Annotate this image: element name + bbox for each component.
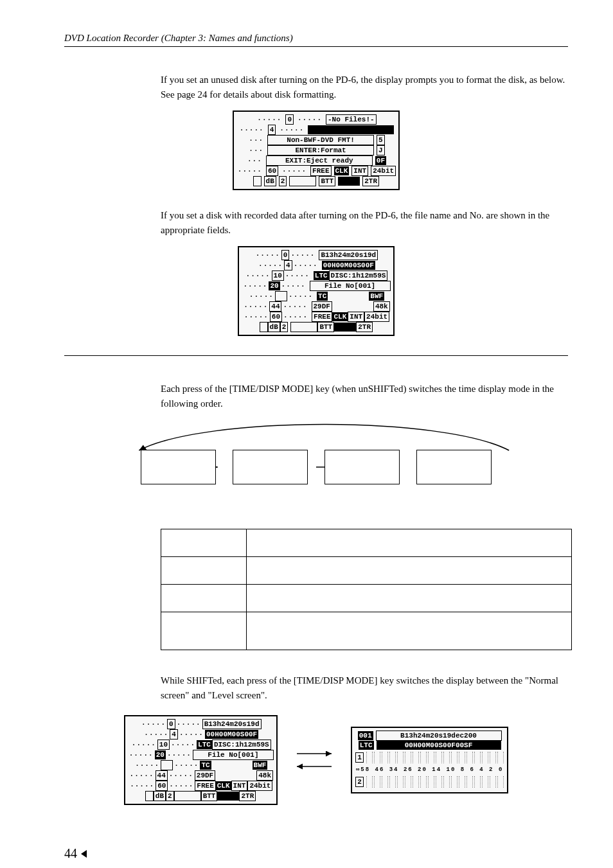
triangle-left-icon bbox=[81, 850, 87, 858]
table-cell bbox=[247, 529, 572, 557]
table-cell bbox=[161, 557, 247, 585]
page-number: 44 bbox=[64, 831, 568, 861]
page-number-value: 44 bbox=[64, 846, 77, 861]
flow-box-2 bbox=[233, 450, 308, 484]
paragraph-2: If you set a disk with recorded data aft… bbox=[161, 208, 568, 237]
lcd-level-screen: 001 B13h24m20s19dec200 LTC 00H00M00S00F0… bbox=[351, 727, 508, 793]
lcd-toggle-figure: ·····0·····B13h24m20s19d ·····4·····00H0… bbox=[64, 715, 568, 805]
paragraph-4: While SHIFTed, each press of the [TIME/D… bbox=[161, 673, 568, 702]
section-divider bbox=[64, 355, 568, 356]
flow-box-4 bbox=[416, 450, 492, 484]
paragraph-1: If you set an unused disk after turning … bbox=[161, 73, 568, 102]
table-cell bbox=[161, 529, 247, 557]
paragraph-3: Each press of the [TIME/DISP MODE] key (… bbox=[161, 382, 568, 411]
lcd-figure-file-loaded: ·····0····· B13h24m20s19d ·····4····· 00… bbox=[64, 246, 568, 336]
table-cell bbox=[161, 612, 247, 650]
page-header: DVD Location Recorder (Chapter 3: Names … bbox=[64, 32, 568, 47]
table-cell bbox=[247, 612, 572, 650]
lcd-figure-no-files: ····· 0 ····· -No Files!- ····· 4 ····· … bbox=[64, 111, 568, 190]
bidirectional-arrow-icon bbox=[292, 741, 337, 779]
time-mode-table bbox=[161, 529, 572, 650]
header-title: DVD Location Recorder (Chapter 3: Names … bbox=[64, 33, 293, 43]
table-cell bbox=[161, 585, 247, 612]
time-mode-flow-diagram bbox=[64, 422, 568, 512]
flow-box-1 bbox=[141, 450, 216, 484]
flow-box-3 bbox=[324, 450, 400, 484]
lcd-normal-screen: ·····0·····B13h24m20s19d ·····4·····00H0… bbox=[124, 715, 278, 805]
table-cell bbox=[247, 557, 572, 585]
table-cell bbox=[247, 585, 572, 612]
